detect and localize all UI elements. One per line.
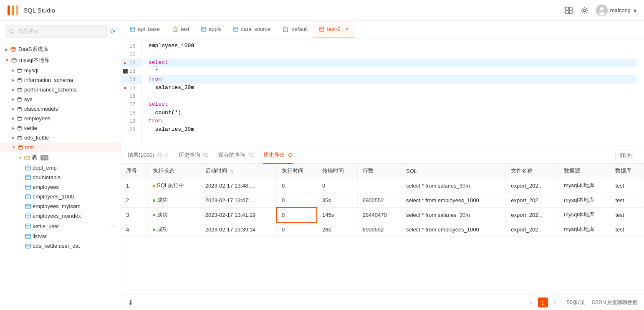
download-icon[interactable]: ⬇ <box>128 299 133 307</box>
sidebar-label-kettle: kettle <box>24 125 37 131</box>
code-line-15: salaries_30m <box>149 84 637 92</box>
cell-rows: 6900552 <box>357 222 401 237</box>
db-small-icon <box>17 77 23 83</box>
prev-page-button[interactable]: ‹ <box>528 298 535 307</box>
linenum-12: 12 <box>129 60 135 66</box>
svg-point-16 <box>18 78 22 80</box>
logo: SQL Studio <box>7 4 55 17</box>
result-tab-saved[interactable]: 保存的查询 <box>218 147 253 164</box>
svg-point-19 <box>18 107 22 109</box>
indicator-15-error: ■ <box>123 85 128 91</box>
next-page-button[interactable]: › <box>551 298 558 307</box>
result-tab-history[interactable]: 历史查询 <box>179 147 208 164</box>
sidebar-item-listvar[interactable]: listvar <box>0 231 121 241</box>
more-icon[interactable]: ··· <box>110 222 116 230</box>
sidebar-item-employees-noindex[interactable]: employees_noindex <box>0 211 121 221</box>
table-row: 3成功2023-02-17 13:41:290145s28440470selec… <box>121 208 644 222</box>
tab-data-source[interactable]: data_source <box>227 21 277 38</box>
sidebar-item-employees[interactable]: employees <box>0 114 121 123</box>
current-page[interactable]: 1 <box>538 297 548 307</box>
code-line-19: from <box>149 117 637 125</box>
db-icon-local <box>11 57 18 64</box>
logo-icon <box>7 4 20 17</box>
indicator-20 <box>123 127 128 132</box>
tab-test[interactable]: 📋 test <box>166 21 195 38</box>
cell-database: test <box>610 193 644 208</box>
chevron-down-icon <box>18 155 23 160</box>
th-status: 执行状态 <box>148 164 200 178</box>
result-table-wrapper[interactable]: 序号 执行状态 启动时间 ⇅ 执行时间 传输时间 行数 SQL 文件名称 数据源… <box>121 164 644 295</box>
sidebar-item-mysql[interactable]: mysql <box>0 66 121 75</box>
result-tab-label-export: 历史导出 <box>263 151 285 159</box>
sidebar-item-tables[interactable]: 表 19 <box>0 152 121 163</box>
code-line-18: count(*) <box>149 109 637 117</box>
sidebar-item-employees-1000[interactable]: employees_1000 <box>0 192 121 201</box>
sidebar-item-mysql-local[interactable]: mysql本地库 <box>0 55 121 66</box>
th-transfer-time: 传输时间 <box>317 164 357 178</box>
linenum-18: 18 <box>129 110 135 116</box>
sidebar-item-kettle[interactable]: kettle <box>0 123 121 133</box>
sort-icon: ⇅ <box>230 169 233 173</box>
th-rows: 行数 <box>357 164 401 178</box>
sidebar-label-test: test <box>25 144 34 150</box>
chevron-icon <box>12 68 15 73</box>
sidebar-item-test[interactable]: test <box>0 142 121 152</box>
layout-icon[interactable] <box>564 6 573 15</box>
chevron-icon <box>12 126 15 130</box>
tab-default[interactable]: 📋 default <box>276 21 313 38</box>
svg-point-17 <box>18 88 22 89</box>
search-icon-saved <box>248 152 253 158</box>
sidebar-item-information-schema[interactable]: information_schema <box>0 75 121 85</box>
columns-button[interactable]: 列 <box>615 150 637 161</box>
cell-rows: 28440470 <box>357 208 401 222</box>
table-icon <box>25 243 31 249</box>
result-tab-export[interactable]: 历史导出 <box>263 147 293 164</box>
sidebar-item-doubletable[interactable]: doubletable <box>0 173 121 182</box>
sidebar-item-employees-myisam[interactable]: employees_myisam <box>0 201 121 211</box>
cell-start-time: 2023-02-17 13:47:... <box>200 193 276 208</box>
sidebar-item-daas[interactable]: DaaS系统库 <box>0 44 121 55</box>
settings-icon[interactable] <box>580 6 589 15</box>
cell-rows <box>357 178 401 193</box>
sidebar-item-classicmodels[interactable]: classicmodels <box>0 104 121 114</box>
sidebar-item-ods-kettle[interactable]: ods_kettle <box>0 133 121 142</box>
table-footer: ⬇ ‹ 1 › 50条/页 CSDN 您查聊聊数据 <box>121 295 644 310</box>
sidebar-item-kettle-user[interactable]: kettle_user ··· <box>0 221 121 231</box>
svg-rect-34 <box>25 195 30 199</box>
chevron-icon <box>12 78 15 82</box>
table-icon <box>25 175 31 180</box>
linenum-19: 19 <box>129 118 135 124</box>
svg-rect-58 <box>234 27 238 31</box>
tab-api-base[interactable]: api_base <box>124 21 166 38</box>
line-11: 11 <box>121 50 141 58</box>
sidebar-item-employees-table[interactable]: employees <box>0 182 121 192</box>
sidebar-item-performance-schema[interactable]: performance_schema <box>0 85 121 94</box>
svg-point-10 <box>599 12 605 15</box>
tab-close-button[interactable]: ✕ <box>345 26 349 32</box>
line-15: ■ 15 <box>121 84 141 92</box>
cell-rows: 6900552 <box>357 193 401 208</box>
result-tab-results[interactable]: 结果(1000) ⤢ <box>128 147 169 164</box>
indicator-19 <box>123 118 128 124</box>
sidebar-item-ods-kettle-userdat[interactable]: ods_kettle.user_dat <box>0 241 121 251</box>
editor-inner[interactable]: 10 11 ▶ 12 ⬛ 13 <box>121 38 644 147</box>
app-title: SQL Studio <box>23 7 55 14</box>
table-row: 1SQL执行中2023-02-17 13:48:...00select * fr… <box>121 178 644 193</box>
svg-rect-25 <box>25 166 30 170</box>
sidebar-item-sys[interactable]: sys <box>0 94 121 104</box>
table-row: 4成功2023-02-17 13:39:14028s6900552select … <box>121 222 644 237</box>
user-info[interactable]: maicong ∨ <box>596 5 637 16</box>
tab-apply[interactable]: apply <box>195 21 227 38</box>
search-input[interactable]: 点击搜索 <box>5 25 107 38</box>
refresh-icon[interactable]: ⟳ <box>110 28 116 36</box>
tab-test-2[interactable]: test-2 ✕ <box>313 21 355 38</box>
code-content[interactable]: employees_1000 select * from salaries_30… <box>142 38 644 147</box>
result-tab-label-saved: 保存的查询 <box>218 151 245 159</box>
search-icon <box>9 28 15 34</box>
cell-transfer-time: 28s <box>317 222 357 237</box>
line-12: ▶ 12 <box>121 58 141 67</box>
table-icon <box>25 165 31 171</box>
line-20: 20 <box>121 125 141 134</box>
sidebar-item-dept-emp[interactable]: dept_emp <box>0 163 121 173</box>
sidebar-label-listvar: listvar <box>33 233 47 239</box>
